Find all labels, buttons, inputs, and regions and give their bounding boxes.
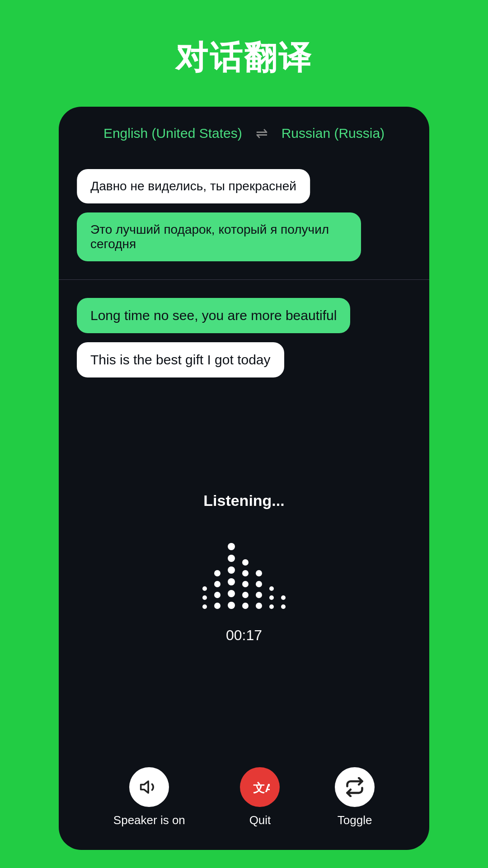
toggle-control[interactable]: Toggle bbox=[335, 767, 375, 827]
timer-display: 00:17 bbox=[226, 627, 262, 644]
quit-label: Quit bbox=[249, 813, 271, 827]
quit-control[interactable]: 文A Quit bbox=[240, 767, 280, 827]
waveform-col-1 bbox=[202, 586, 207, 609]
waveform-dot bbox=[256, 570, 262, 576]
english-bubble-1: Long time no see, you are more beautiful bbox=[77, 298, 350, 333]
waveform-dot bbox=[281, 595, 286, 600]
waveform-col-4 bbox=[242, 559, 249, 609]
waveform-dot bbox=[228, 566, 235, 574]
waveform-dot bbox=[214, 581, 221, 587]
toggle-label: Toggle bbox=[338, 813, 372, 827]
waveform-col-7 bbox=[281, 595, 286, 609]
page-title: 对话翻译 bbox=[175, 36, 313, 80]
toggle-button[interactable] bbox=[335, 767, 375, 807]
waveform-dot bbox=[214, 592, 221, 598]
svg-text:文A: 文A bbox=[253, 781, 270, 794]
waveform-dot bbox=[214, 603, 221, 609]
waveform-dot bbox=[228, 602, 235, 609]
russian-bubble-1: Это лучший подарок, который я получил се… bbox=[77, 212, 361, 261]
speaker-label: Speaker is on bbox=[113, 813, 185, 827]
waveform-col-5 bbox=[256, 570, 262, 609]
waveform-dot bbox=[242, 570, 249, 576]
listening-label: Listening... bbox=[203, 492, 284, 509]
svg-marker-0 bbox=[141, 781, 149, 793]
waveform-col-3 bbox=[228, 543, 235, 609]
waveform-dot bbox=[228, 543, 235, 550]
russian-bubble-2: Давно не виделись, ты прекрасней bbox=[77, 169, 310, 203]
speaker-control[interactable]: Speaker is on bbox=[113, 767, 185, 827]
speaker-icon bbox=[139, 777, 159, 797]
waveform-dot bbox=[242, 581, 249, 587]
waveform-dot bbox=[256, 603, 262, 609]
waveform-dot bbox=[228, 578, 235, 585]
waveform-dot bbox=[202, 586, 207, 591]
source-language[interactable]: English (United States) bbox=[103, 126, 242, 141]
waveform bbox=[202, 528, 286, 609]
toggle-icon bbox=[345, 777, 365, 797]
waveform-dot bbox=[269, 604, 274, 609]
waveform-dot bbox=[202, 604, 207, 609]
speaker-button[interactable] bbox=[129, 767, 169, 807]
english-bubble-2: This is the best gift I got today bbox=[77, 342, 284, 377]
waveform-dot bbox=[242, 603, 249, 609]
waveform-dot bbox=[242, 592, 249, 598]
waveform-col-6 bbox=[269, 586, 274, 609]
swap-arrow-icon[interactable]: ⇌ bbox=[256, 125, 268, 142]
waveform-dot bbox=[256, 581, 262, 587]
waveform-dot bbox=[214, 570, 221, 576]
target-language[interactable]: Russian (Russia) bbox=[282, 126, 385, 141]
language-header: English (United States) ⇌ Russian (Russi… bbox=[59, 107, 429, 156]
translate-icon: 文A bbox=[250, 777, 270, 797]
waveform-dot bbox=[256, 592, 262, 598]
waveform-dot bbox=[269, 595, 274, 600]
waveform-dot bbox=[202, 595, 207, 600]
russian-messages-section: Это лучший подарок, который я получил се… bbox=[59, 156, 429, 275]
listening-section: Listening... bbox=[59, 391, 429, 758]
english-messages-section: Long time no see, you are more beautiful… bbox=[59, 284, 429, 391]
waveform-dot bbox=[228, 590, 235, 597]
quit-button[interactable]: 文A bbox=[240, 767, 280, 807]
waveform-dot bbox=[281, 604, 286, 609]
phone-card: English (United States) ⇌ Russian (Russi… bbox=[59, 107, 429, 850]
waveform-col-2 bbox=[214, 570, 221, 609]
waveform-dot bbox=[269, 586, 274, 591]
bottom-controls: Speaker is on 文A Quit Toggle bbox=[59, 758, 429, 850]
waveform-dot bbox=[228, 555, 235, 562]
waveform-dot bbox=[242, 559, 249, 566]
section-divider bbox=[59, 279, 429, 280]
